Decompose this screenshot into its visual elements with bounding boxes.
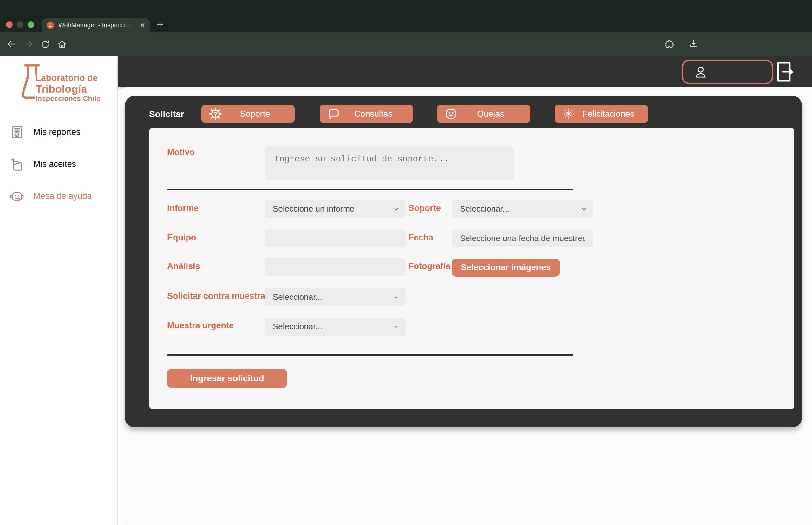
form-panel: Motivo Informe Seleccione un informe Sop…: [149, 128, 794, 409]
tab-soporte[interactable]: Soporte: [201, 105, 295, 123]
sidebar-item-label: Mis reportes: [33, 127, 80, 137]
logo-line3: Inspecciones Chile: [35, 95, 101, 103]
chevron-down-icon: [392, 294, 400, 301]
browser-tab[interactable]: WebManager - Inspecciones ✕: [42, 18, 150, 32]
chevron-down-icon: [580, 205, 588, 213]
contra-muestra-label: Solicitar contra muestra: [167, 291, 265, 301]
tab-consultas[interactable]: Consultas: [320, 105, 413, 123]
motivo-label: Motivo: [167, 148, 195, 158]
oil-can-icon: [10, 157, 25, 171]
sidebar: Laboratorio de Tribología Inspecciones C…: [0, 57, 118, 525]
soporte-label: Soporte: [408, 203, 441, 213]
sidebar-item-mis-aceites[interactable]: Mis aceites: [10, 157, 76, 171]
equipo-label: Equipo: [167, 233, 196, 243]
browser-toolbar: [0, 32, 812, 57]
browser-tabstrip: WebManager - Inspecciones ✕ +: [0, 0, 812, 32]
equipo-input[interactable]: [265, 229, 406, 247]
tab-felicitaciones[interactable]: Felicitaciones: [555, 105, 648, 123]
muestra-urgente-select[interactable]: Seleccionar...: [265, 317, 406, 335]
logout-button[interactable]: [776, 61, 794, 83]
fotografia-label: Fotografía: [408, 261, 450, 271]
logo-line2: Tribología: [35, 83, 101, 95]
helpdesk-robot-icon: [10, 189, 25, 204]
select-images-button[interactable]: Seleccionar imágenes: [452, 258, 560, 276]
section-label: Solicitar: [149, 109, 184, 119]
tab-label: Consultas: [340, 109, 392, 119]
webapp-page: Laboratorio de Tribología Inspecciones C…: [0, 57, 812, 525]
logo-text: Laboratorio de Tribología Inspecciones C…: [35, 73, 101, 103]
tab-title-fade: [114, 21, 131, 29]
informe-label: Informe: [167, 203, 198, 213]
logout-door-arrow-icon: [776, 61, 794, 83]
new-tab-button[interactable]: +: [157, 18, 163, 31]
logo-line1: Laboratorio de: [35, 73, 101, 83]
tab-title: WebManager - Inspecciones: [58, 21, 131, 29]
contra-muestra-select-value: Seleccionar...: [273, 292, 322, 302]
reload-icon[interactable]: [40, 39, 50, 49]
informe-select-value: Seleccione un informe: [273, 204, 354, 214]
tab-label: Soporte: [226, 109, 270, 119]
fecha-label: Fecha: [408, 233, 433, 243]
analisis-label: Análisis: [167, 261, 200, 271]
minimize-window-button[interactable]: [17, 21, 24, 28]
divider: [167, 354, 573, 356]
chevron-down-icon: [392, 323, 400, 331]
sidebar-item-label: Mesa de ayuda: [33, 191, 92, 201]
extensions-puzzle-icon[interactable]: [664, 39, 674, 49]
home-icon[interactable]: [57, 39, 67, 49]
analisis-input[interactable]: [265, 258, 406, 276]
tab-label: Felicitaciones: [568, 109, 634, 119]
contra-muestra-select[interactable]: Seleccionar...: [265, 288, 406, 306]
close-window-button[interactable]: [6, 21, 13, 28]
sidebar-item-mesa-de-ayuda[interactable]: Mesa de ayuda: [10, 189, 92, 204]
submit-request-button[interactable]: Ingresar solicitud: [167, 369, 287, 388]
sad-face-icon: [445, 107, 457, 120]
site-favicon: [46, 21, 55, 30]
muestra-urgente-label: Muestra urgente: [167, 321, 234, 331]
report-check-icon: [10, 125, 25, 139]
user-chip[interactable]: [682, 60, 773, 84]
forward-icon[interactable]: [24, 39, 34, 49]
back-icon[interactable]: [6, 39, 16, 49]
soporte-select-value: Seleccionar...: [460, 204, 509, 214]
sparkle-burst-icon: [562, 107, 575, 120]
muestra-urgente-select-value: Seleccionar...: [273, 322, 322, 331]
content-area: Solicitar Soporte Consultas: [119, 87, 812, 525]
divider: [167, 189, 573, 190]
informe-select[interactable]: Seleccione un informe: [265, 200, 406, 218]
close-tab-icon[interactable]: ✕: [139, 22, 145, 29]
helpdesk-card: Solicitar Soporte Consultas: [125, 96, 802, 427]
chevron-down-icon: [392, 205, 400, 213]
maximize-window-button[interactable]: [28, 21, 34, 28]
tab-quejas[interactable]: Quejas: [437, 105, 530, 123]
user-icon: [693, 65, 708, 79]
sidebar-item-label: Mis aceites: [33, 159, 76, 169]
sidebar-item-mis-reportes[interactable]: Mis reportes: [10, 125, 80, 139]
tab-label: Quejas: [463, 109, 504, 119]
soporte-select[interactable]: Seleccionar...: [452, 200, 593, 218]
speech-bubble-icon: [327, 107, 340, 120]
gear-question-icon: [209, 107, 222, 120]
screen: WebManager - Inspecciones ✕ +: [0, 0, 812, 525]
download-icon[interactable]: [688, 39, 699, 49]
motivo-textarea[interactable]: [265, 146, 514, 180]
fecha-input[interactable]: [452, 229, 593, 247]
app-header: [118, 57, 812, 87]
